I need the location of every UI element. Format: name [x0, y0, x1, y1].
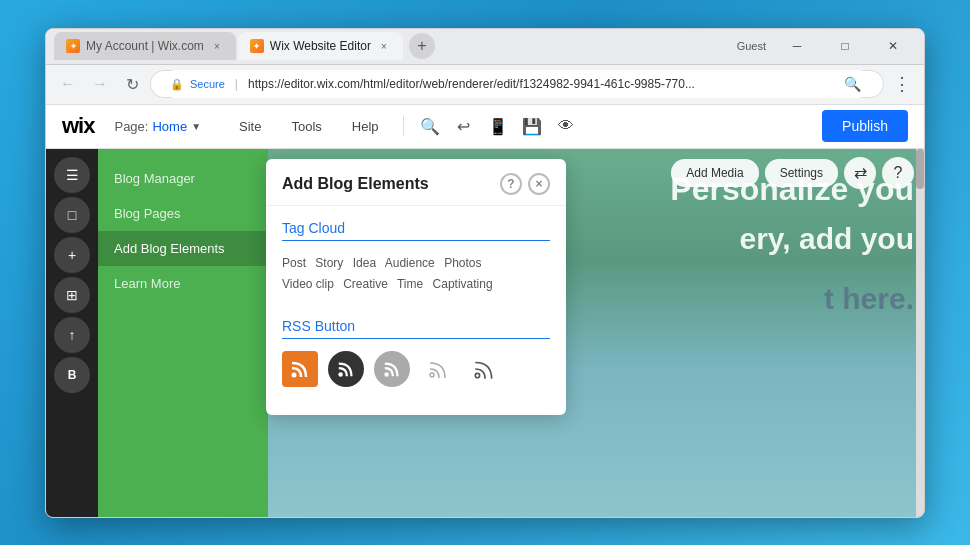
swap-icon[interactable]: ⇄: [844, 157, 876, 189]
sidebar-item-add-blog-elements[interactable]: Add Blog Elements: [98, 231, 268, 266]
tag-word-photos[interactable]: Photos: [444, 256, 481, 270]
svg-point-2: [384, 372, 389, 377]
editor-area: ☰ □ + ⊞ ↑ B Blog Manager Blog Pages Add …: [46, 149, 924, 517]
sidebar-box-icon[interactable]: □: [54, 197, 90, 233]
address-bar-row: ← → ↻ 🔒 Secure | https://editor.wix.com/…: [46, 65, 924, 105]
tab-favicon-wix2: ✦: [250, 39, 264, 53]
close-window-button[interactable]: ✕: [870, 30, 916, 62]
tab-editor-close[interactable]: ×: [377, 39, 391, 53]
rss-button-section: RSS Button: [266, 304, 566, 395]
toolbar-separator: [403, 116, 404, 136]
sidebar-item-blog-manager[interactable]: Blog Manager: [98, 161, 268, 196]
sidebar-upload-icon[interactable]: ↑: [54, 317, 90, 353]
settings-button[interactable]: Settings: [765, 159, 838, 187]
popup-actions: ? ×: [500, 173, 550, 195]
page-selector[interactable]: Page: Home ▼: [114, 119, 201, 134]
scrollbar[interactable]: [916, 149, 924, 517]
rss-icon-outline1[interactable]: [420, 351, 456, 387]
tab-editor-label: Wix Website Editor: [270, 39, 371, 53]
tab-myaccount-close[interactable]: ×: [210, 39, 224, 53]
page-label: Page:: [114, 119, 148, 134]
rss-icon-dark[interactable]: [328, 351, 364, 387]
tag-word-audience[interactable]: Audience: [385, 256, 435, 270]
tag-word-videoclip[interactable]: Video clip: [282, 277, 334, 291]
page-chevron-icon: ▼: [191, 121, 201, 132]
sidebar-grid-icon[interactable]: ⊞: [54, 277, 90, 313]
rss-icon-gray[interactable]: [374, 351, 410, 387]
add-blog-elements-popup: Add Blog Elements ? × Tag Cloud Post Sto…: [266, 159, 566, 415]
svg-point-1: [338, 372, 343, 377]
new-tab-button[interactable]: +: [409, 33, 435, 59]
tag-word-creative[interactable]: Creative: [343, 277, 388, 291]
svg-point-0: [292, 372, 297, 377]
help-circle-icon[interactable]: ?: [882, 157, 914, 189]
title-bar: ✦ My Account | Wix.com × ✦ Wix Website E…: [46, 29, 924, 65]
sidebar-beta-icon[interactable]: B: [54, 357, 90, 393]
rss-button-title: RSS Button: [282, 318, 550, 339]
svg-point-4: [475, 373, 479, 377]
popup-help-button[interactable]: ?: [500, 173, 522, 195]
back-button[interactable]: ←: [54, 70, 82, 98]
url-text: https://editor.wix.com/html/editor/web/r…: [248, 77, 834, 91]
secure-badge: Secure: [190, 78, 225, 90]
tag-word-idea[interactable]: Idea: [353, 256, 376, 270]
minimize-button[interactable]: ─: [774, 30, 820, 62]
preview-button[interactable]: 👁: [550, 110, 582, 142]
rss-icon-outline2[interactable]: [466, 351, 502, 387]
left-sidebar: ☰ □ + ⊞ ↑ B: [46, 149, 98, 517]
window-controls: ─ □ ✕: [774, 30, 916, 62]
sidebar-item-blog-pages[interactable]: Blog Pages: [98, 196, 268, 231]
tag-word-time[interactable]: Time: [397, 277, 423, 291]
maximize-button[interactable]: □: [822, 30, 868, 62]
popup-title: Add Blog Elements: [282, 175, 429, 193]
sidebar-add-icon[interactable]: +: [54, 237, 90, 273]
rss-icons-container: [282, 351, 550, 387]
blog-panel: Blog Manager Blog Pages Add Blog Element…: [98, 149, 268, 517]
zoom-out-button[interactable]: 🔍: [414, 110, 446, 142]
tag-word-captivating[interactable]: Captivating: [433, 277, 493, 291]
tab-editor[interactable]: ✦ Wix Website Editor ×: [238, 32, 403, 60]
help-button[interactable]: Help: [338, 113, 393, 140]
sidebar-item-learn-more[interactable]: Learn More: [98, 266, 268, 301]
svg-point-3: [430, 373, 434, 377]
widget-bar: Add Media Settings ⇄ ?: [661, 149, 924, 197]
browser-window: ✦ My Account | Wix.com × ✦ Wix Website E…: [45, 28, 925, 518]
canvas-text2: ery, add you: [740, 219, 915, 258]
rss-icon-orange[interactable]: [282, 351, 318, 387]
tools-button[interactable]: Tools: [277, 113, 335, 140]
popup-header: Add Blog Elements ? ×: [266, 159, 566, 206]
tag-cloud-title: Tag Cloud: [282, 220, 550, 241]
popup-close-button[interactable]: ×: [528, 173, 550, 195]
wix-toolbar: wix Page: Home ▼ Site Tools Help 🔍 ↩ 📱 💾…: [46, 105, 924, 149]
save-button[interactable]: 💾: [516, 110, 548, 142]
tag-word-story[interactable]: Story: [315, 256, 343, 270]
guest-label: Guest: [737, 40, 774, 52]
tab-myaccount-label: My Account | Wix.com: [86, 39, 204, 53]
page-name: Home: [152, 119, 187, 134]
tag-cloud-words[interactable]: Post Story Idea Audience Photos Video cl…: [282, 253, 550, 296]
tag-word-post[interactable]: Post: [282, 256, 306, 270]
tab-myaccount[interactable]: ✦ My Account | Wix.com ×: [54, 32, 236, 60]
secure-icon: 🔒: [170, 78, 184, 91]
site-button[interactable]: Site: [225, 113, 275, 140]
publish-button[interactable]: Publish: [822, 110, 908, 142]
canvas-text3: t here.: [824, 279, 914, 318]
forward-button[interactable]: →: [86, 70, 114, 98]
browser-menu-button[interactable]: ⋮: [888, 70, 916, 98]
undo-button[interactable]: ↩: [448, 110, 480, 142]
tag-cloud-section: Tag Cloud Post Story Idea Audience Photo…: [266, 206, 566, 304]
address-bar[interactable]: 🔒 Secure | https://editor.wix.com/html/e…: [150, 70, 884, 98]
toolbar-nav: Site Tools Help 🔍 ↩ 📱 💾 👁: [225, 110, 822, 142]
wix-logo: wix: [62, 113, 94, 139]
mobile-view-button[interactable]: 📱: [482, 110, 514, 142]
tabs-container: ✦ My Account | Wix.com × ✦ Wix Website E…: [54, 32, 737, 60]
sidebar-pages-icon[interactable]: ☰: [54, 157, 90, 193]
search-icon[interactable]: 🔍: [840, 72, 864, 96]
tab-favicon-wix1: ✦: [66, 39, 80, 53]
add-media-button[interactable]: Add Media: [671, 159, 758, 187]
reload-button[interactable]: ↻: [118, 70, 146, 98]
